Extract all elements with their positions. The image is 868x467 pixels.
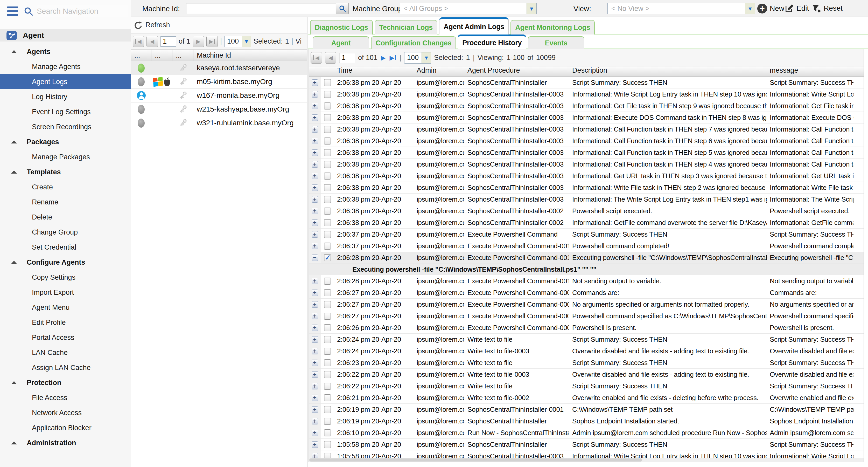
tab-events[interactable]: Events <box>528 36 584 49</box>
sidebar-section-agents[interactable]: Agents <box>0 44 131 59</box>
machine-id-search-button[interactable] <box>336 3 349 14</box>
sidebar-item-delete[interactable]: Delete <box>0 210 131 225</box>
sidebar-item-agent-menu[interactable]: Agent Menu <box>0 300 131 315</box>
row-checkbox[interactable]: ✓ <box>324 79 331 86</box>
collapse-arrow-icon[interactable] <box>11 441 17 444</box>
expand-row-icon[interactable]: + <box>312 243 318 249</box>
expand-row-icon[interactable]: + <box>312 126 318 133</box>
tab-procedure-history[interactable]: Procedure History <box>458 34 526 49</box>
row-checkbox[interactable]: ✓ <box>324 395 331 401</box>
edit-view-button[interactable]: Edit <box>784 4 809 13</box>
sidebar-item-event-log-settings[interactable]: Event Log Settings <box>0 104 131 119</box>
sidebar-item-create[interactable]: Create <box>0 179 131 195</box>
log-table-row[interactable]: + ✓ 1:05:58 pm 20-Apr-20 ipsum@lorem.com… <box>309 450 864 458</box>
log-table-row[interactable]: + ✓ 2:06:38 pm 20-Apr-20 ipsum@lorem.com… <box>309 182 864 194</box>
log-table-row[interactable]: + ✓ 2:06:38 pm 20-Apr-20 ipsum@lorem.com… <box>309 205 864 217</box>
row-checkbox[interactable]: ✓ <box>324 114 331 121</box>
machine-row[interactable]: w215-kashyapa.base.myOrg <box>131 103 307 116</box>
page-number-input[interactable] <box>339 53 355 63</box>
log-table-row[interactable]: + ✓ 2:06:38 pm 20-Apr-20 ipsum@lorem.com… <box>309 100 864 112</box>
tab-agent-admin-logs[interactable]: Agent Admin Logs <box>439 18 509 34</box>
expand-row-icon[interactable]: + <box>312 91 318 97</box>
column-header-description[interactable]: Description <box>569 66 767 77</box>
scrollbar-thumb[interactable] <box>309 459 642 462</box>
sidebar-item-copy-settings[interactable]: Copy Settings <box>0 270 131 285</box>
expand-row-icon[interactable]: + <box>312 359 318 366</box>
machine-id-value[interactable]: kaseya.root.testservereye <box>193 64 307 72</box>
search-navigation-input[interactable] <box>37 5 128 17</box>
expand-row-icon[interactable]: + <box>312 453 318 458</box>
log-table-row[interactable]: + ✓ 2:06:37 pm 20-Apr-20 ipsum@lorem.com… <box>309 229 864 240</box>
log-table-row[interactable]: + ✓ 2:06:38 pm 20-Apr-20 ipsum@lorem.com… <box>309 123 864 135</box>
row-checkbox[interactable]: ✓ <box>324 219 331 226</box>
chevron-down-icon[interactable]: ▼ <box>422 52 431 63</box>
sidebar-item-portal-access[interactable]: Portal Access <box>0 330 131 345</box>
page-size-select[interactable]: 100 ▼ <box>404 52 431 64</box>
log-table-row[interactable]: + ✓ 2:06:27 pm 20-Apr-20 ipsum@lorem.com… <box>309 287 864 299</box>
view-select[interactable]: < No View > ▼ <box>608 3 755 14</box>
expand-row-icon[interactable]: + <box>312 138 318 144</box>
log-table-row[interactable]: + ✓ 2:06:38 pm 20-Apr-20 ipsum@lorem.com… <box>309 77 864 88</box>
machine-row[interactable]: m05-kirtim.base.myOrg <box>131 75 307 89</box>
log-table-row[interactable]: + ✓ 2:06:23 pm 20-Apr-20 ipsum@lorem.com… <box>309 357 864 369</box>
row-checkbox[interactable]: ✓ <box>324 359 331 366</box>
page-size-select[interactable]: 100 ▼ <box>224 36 251 47</box>
sidebar-section-administration[interactable]: Administration <box>0 435 131 450</box>
row-checkbox[interactable]: ✓ <box>324 278 331 285</box>
expand-row-icon[interactable]: + <box>312 114 318 121</box>
horizontal-scrollbar[interactable] <box>309 458 864 462</box>
expand-row-icon[interactable]: − <box>312 255 318 261</box>
log-table-row[interactable]: + ✓ 2:06:38 pm 20-Apr-20 ipsum@lorem.com… <box>309 135 864 147</box>
collapse-arrow-icon[interactable] <box>11 171 17 174</box>
log-table-row[interactable]: + ✓ 2:06:10 pm 20-Apr-20 ipsum@lorem.com… <box>309 427 864 439</box>
row-checkbox[interactable]: ✓ <box>324 138 331 145</box>
expand-row-icon[interactable]: + <box>312 383 318 389</box>
log-table-row[interactable]: + ✓ 2:06:38 pm 20-Apr-20 ipsum@lorem.com… <box>309 158 864 170</box>
reset-filter-button[interactable]: Reset <box>812 4 843 13</box>
row-checkbox[interactable]: ✓ <box>324 91 331 98</box>
chevron-down-icon[interactable]: ▼ <box>242 36 251 47</box>
log-table-row[interactable]: + ✓ 2:06:24 pm 20-Apr-20 ipsum@lorem.com… <box>309 334 864 345</box>
sidebar-module-header[interactable]: Agent <box>0 29 131 41</box>
log-table-row[interactable]: + ✓ 2:06:38 pm 20-Apr-20 ipsum@lorem.com… <box>309 112 864 123</box>
machine-id-value[interactable]: w167-monila.base.myOrg <box>193 91 307 99</box>
log-table-row[interactable]: + ✓ 2:06:27 pm 20-Apr-20 ipsum@lorem.com… <box>309 310 864 322</box>
row-checkbox[interactable]: ✓ <box>324 196 331 203</box>
tab-agent-monitoring-logs[interactable]: Agent Monitoring Logs <box>510 20 595 34</box>
sidebar-section-configure-agents[interactable]: Configure Agents <box>0 255 131 270</box>
expand-row-icon[interactable]: + <box>312 290 318 296</box>
expand-row-icon[interactable]: + <box>312 184 318 191</box>
expand-row-icon[interactable]: + <box>312 149 318 156</box>
log-table-row[interactable]: + ✓ 2:06:37 pm 20-Apr-20 ipsum@lorem.com… <box>309 240 864 252</box>
hamburger-menu-icon[interactable] <box>7 6 18 16</box>
row-checkbox[interactable]: ✓ <box>324 208 331 214</box>
collapse-arrow-icon[interactable] <box>11 140 17 144</box>
prev-page-button[interactable]: ◀ <box>147 36 158 47</box>
log-table-row[interactable]: + ✓ 2:06:27 pm 20-Apr-20 ipsum@lorem.com… <box>309 299 864 310</box>
column-header-admin[interactable]: Admin <box>413 66 464 77</box>
row-checkbox[interactable]: ✓ <box>324 301 331 308</box>
tab-technician-logs[interactable]: Technician Logs <box>375 20 438 34</box>
expand-row-icon[interactable]: + <box>312 441 318 448</box>
sidebar-item-file-access[interactable]: File Access <box>0 390 131 405</box>
log-table-row[interactable]: + ✓ 2:06:38 pm 20-Apr-20 ipsum@lorem.com… <box>309 170 864 182</box>
expand-row-icon[interactable]: + <box>312 313 318 319</box>
row-checkbox[interactable]: ✓ <box>324 242 331 250</box>
log-table-row[interactable]: + ✓ 2:06:38 pm 20-Apr-20 ipsum@lorem.com… <box>309 88 864 100</box>
row-checkbox[interactable]: ✓ <box>324 313 331 320</box>
expand-row-icon[interactable]: + <box>312 173 318 179</box>
expand-row-icon[interactable]: + <box>312 79 318 86</box>
machine-row[interactable]: w321-ruhulamink.base.myOrg <box>131 116 307 130</box>
log-table-row[interactable]: − ✓ 2:06:28 pm 20-Apr-20 ipsum@lorem.com… <box>309 252 864 264</box>
row-checkbox[interactable]: ✓ <box>324 184 331 191</box>
expand-row-icon[interactable]: + <box>312 301 318 308</box>
machine-id-value[interactable]: w215-kashyapa.base.myOrg <box>193 105 307 113</box>
first-page-button[interactable]: ◀ <box>133 36 144 47</box>
row-checkbox[interactable]: ✓ <box>324 383 331 390</box>
expand-row-icon[interactable]: + <box>312 336 318 343</box>
row-checkbox[interactable]: ✓ <box>324 254 331 261</box>
row-checkbox[interactable]: ✓ <box>324 173 331 179</box>
column-header-machine-id[interactable]: Machine Id <box>193 50 307 61</box>
first-page-button[interactable]: ◀ <box>311 52 322 64</box>
new-view-button[interactable]: + New <box>757 4 784 13</box>
